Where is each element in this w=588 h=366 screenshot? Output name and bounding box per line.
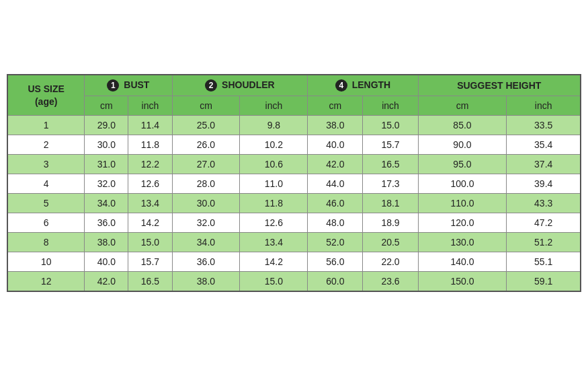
- sho-inch-cell: 13.4: [240, 233, 308, 252]
- shoulder-circle: 2: [205, 79, 217, 92]
- size-cell: 1: [7, 116, 85, 135]
- ht-cm-cell: 140.0: [418, 252, 507, 272]
- sho-inch-header: inch: [240, 96, 308, 116]
- ht-inch-cell: 59.1: [507, 272, 581, 292]
- bust-inch-header: inch: [128, 96, 172, 116]
- bust-cm-cell: 32.0: [85, 174, 128, 194]
- bust-cm-header: cm: [85, 96, 128, 116]
- bust-cm-cell: 36.0: [85, 213, 128, 233]
- ht-cm-cell: 85.0: [418, 116, 507, 135]
- len-cm-cell: 42.0: [308, 155, 363, 174]
- table-row: 1040.015.736.014.256.022.0140.055.1: [7, 252, 581, 272]
- table-row: 838.015.034.013.452.020.5130.051.2: [7, 233, 581, 252]
- len-inch-header: inch: [363, 96, 418, 116]
- bust-inch-cell: 16.5: [128, 272, 172, 292]
- size-cell: 2: [7, 135, 85, 155]
- size-cell: 6: [7, 213, 85, 233]
- size-chart-wrapper: US SIZE(age) 1 BUST 2 SHOUDLER 4 LENGTH …: [7, 74, 581, 292]
- table-row: 636.014.232.012.648.018.9120.047.2: [7, 213, 581, 233]
- len-inch-cell: 16.5: [363, 155, 418, 174]
- ht-cm-cell: 150.0: [418, 272, 507, 292]
- size-cell: 12: [7, 272, 85, 292]
- sho-inch-cell: 11.8: [240, 194, 308, 213]
- len-cm-cell: 46.0: [308, 194, 363, 213]
- ht-inch-cell: 47.2: [507, 213, 581, 233]
- sho-cm-cell: 36.0: [172, 252, 240, 272]
- size-cell: 8: [7, 233, 85, 252]
- bust-inch-cell: 11.4: [128, 116, 172, 135]
- bust-cm-cell: 34.0: [85, 194, 128, 213]
- table-row: 1242.016.538.015.060.023.6150.059.1: [7, 272, 581, 292]
- header-row-sub: cm inch cm inch cm inch cm inch: [7, 96, 581, 116]
- table-row: 331.012.227.010.642.016.595.037.4: [7, 155, 581, 174]
- len-cm-cell: 60.0: [308, 272, 363, 292]
- sho-cm-cell: 26.0: [172, 135, 240, 155]
- size-cell: 10: [7, 252, 85, 272]
- table-row: 534.013.430.011.846.018.1110.043.3: [7, 194, 581, 213]
- len-cm-cell: 38.0: [308, 116, 363, 135]
- len-inch-cell: 18.9: [363, 213, 418, 233]
- ht-cm-cell: 95.0: [418, 155, 507, 174]
- ht-inch-cell: 35.4: [507, 135, 581, 155]
- bust-cm-cell: 40.0: [85, 252, 128, 272]
- bust-cm-cell: 38.0: [85, 233, 128, 252]
- sho-inch-cell: 10.2: [240, 135, 308, 155]
- ht-cm-cell: 90.0: [418, 135, 507, 155]
- sho-cm-cell: 32.0: [172, 213, 240, 233]
- len-inch-cell: 22.0: [363, 252, 418, 272]
- length-label: LENGTH: [352, 79, 391, 90]
- bust-cm-cell: 42.0: [85, 272, 128, 292]
- ht-inch-cell: 33.5: [507, 116, 581, 135]
- sho-inch-cell: 11.0: [240, 174, 308, 194]
- len-inch-cell: 20.5: [363, 233, 418, 252]
- ht-inch-cell: 55.1: [507, 252, 581, 272]
- table-body: 129.011.425.09.838.015.085.033.5230.011.…: [7, 116, 581, 292]
- sho-cm-cell: 28.0: [172, 174, 240, 194]
- sho-inch-cell: 9.8: [240, 116, 308, 135]
- size-chart-table: US SIZE(age) 1 BUST 2 SHOUDLER 4 LENGTH …: [7, 74, 581, 292]
- len-cm-cell: 44.0: [308, 174, 363, 194]
- sho-cm-cell: 38.0: [172, 272, 240, 292]
- ht-inch-header: inch: [507, 96, 581, 116]
- len-cm-cell: 52.0: [308, 233, 363, 252]
- bust-cm-cell: 30.0: [85, 135, 128, 155]
- len-cm-cell: 56.0: [308, 252, 363, 272]
- ht-inch-cell: 51.2: [507, 233, 581, 252]
- ht-cm-cell: 120.0: [418, 213, 507, 233]
- bust-label: BUST: [124, 79, 149, 90]
- ht-inch-cell: 43.3: [507, 194, 581, 213]
- bust-inch-cell: 15.7: [128, 252, 172, 272]
- sho-inch-cell: 12.6: [240, 213, 308, 233]
- len-inch-cell: 15.7: [363, 135, 418, 155]
- us-size-header: US SIZE(age): [7, 75, 85, 116]
- bust-cm-cell: 31.0: [85, 155, 128, 174]
- bust-inch-cell: 12.6: [128, 174, 172, 194]
- len-cm-cell: 48.0: [308, 213, 363, 233]
- len-inch-cell: 23.6: [363, 272, 418, 292]
- bust-inch-cell: 14.2: [128, 213, 172, 233]
- sho-cm-header: cm: [172, 96, 240, 116]
- table-row: 230.011.826.010.240.015.790.035.4: [7, 135, 581, 155]
- size-cell: 5: [7, 194, 85, 213]
- ht-cm-cell: 130.0: [418, 233, 507, 252]
- size-cell: 4: [7, 174, 85, 194]
- sho-inch-cell: 15.0: [240, 272, 308, 292]
- length-header: 4 LENGTH: [308, 75, 418, 96]
- sho-cm-cell: 34.0: [172, 233, 240, 252]
- sho-cm-cell: 27.0: [172, 155, 240, 174]
- ht-cm-cell: 100.0: [418, 174, 507, 194]
- table-row: 432.012.628.011.044.017.3100.039.4: [7, 174, 581, 194]
- sho-inch-cell: 14.2: [240, 252, 308, 272]
- len-inch-cell: 18.1: [363, 194, 418, 213]
- bust-header: 1 BUST: [85, 75, 172, 96]
- ht-cm-header: cm: [418, 96, 507, 116]
- bust-inch-cell: 12.2: [128, 155, 172, 174]
- bust-circle: 1: [107, 79, 119, 92]
- bust-inch-cell: 15.0: [128, 233, 172, 252]
- ht-cm-cell: 110.0: [418, 194, 507, 213]
- len-cm-header: cm: [308, 96, 363, 116]
- bust-inch-cell: 13.4: [128, 194, 172, 213]
- ht-inch-cell: 39.4: [507, 174, 581, 194]
- shoulder-label: SHOUDLER: [222, 79, 275, 90]
- shoulder-header: 2 SHOUDLER: [172, 75, 308, 96]
